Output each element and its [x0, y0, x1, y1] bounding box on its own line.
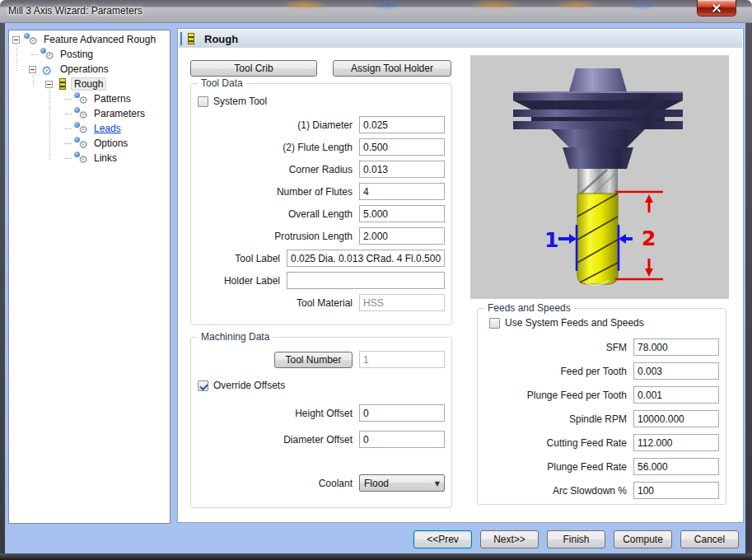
collapse-icon[interactable]: [12, 36, 20, 44]
plunge-feed-rate-input[interactable]: [633, 458, 719, 475]
tree-item-label: Operations: [58, 63, 111, 75]
wizard-window: Mill 3 Axis Wizard: Parameters Feature A…: [0, 0, 752, 560]
field-label: Plunge Feed per Tooth: [527, 390, 627, 401]
sfm-input[interactable]: [633, 338, 719, 356]
tree-item-links[interactable]: Links: [9, 151, 170, 166]
chevron-down-icon: ▼: [435, 480, 440, 488]
tree-item-parameters[interactable]: Parameters: [9, 106, 170, 121]
tool-number-input: [359, 351, 445, 368]
header-accent: [180, 32, 182, 45]
group-title: Feeds and Speeds: [484, 302, 574, 314]
feeds-speeds-group: Feeds and Speeds Use System Feeds and Sp…: [477, 308, 726, 505]
field-label: Feed per Tooth: [560, 366, 627, 377]
tool-label-input[interactable]: [287, 250, 445, 267]
protrusion-length-input[interactable]: [359, 227, 445, 245]
field-label: Tool Label: [235, 253, 280, 264]
tool-crib-button[interactable]: Tool Crib: [190, 60, 317, 77]
tree-item-options[interactable]: Options: [9, 136, 170, 151]
field-label: Diameter Offset: [283, 434, 353, 446]
gear-icon: [74, 107, 88, 120]
field-label: SFM: [606, 342, 627, 353]
tree-item-operations[interactable]: Operations: [9, 62, 170, 77]
title-bar[interactable]: Mill 3 Axis Wizard: Parameters: [0, 0, 752, 23]
tree-stub: [65, 143, 72, 144]
dim-label-2: 2: [642, 226, 656, 250]
tree-item-leads[interactable]: Leads: [9, 121, 170, 136]
override-offsets-checkbox[interactable]: [198, 380, 208, 391]
tree-stub: [65, 128, 72, 129]
tool-number-button[interactable]: Tool Number: [274, 352, 353, 368]
spindle-rpm-input[interactable]: [633, 410, 719, 427]
field-label: Holder Label: [224, 275, 280, 287]
dialog-client-area: Feature Advanced Rough Posting Operation…: [5, 23, 745, 553]
holder-label-input[interactable]: [287, 272, 445, 289]
machining-data-group: Machining Data Tool Number Override Offs…: [190, 337, 452, 508]
field-label: Spindle RPM: [569, 413, 627, 425]
gear-icon: [74, 137, 88, 150]
finish-button[interactable]: Finish: [547, 530, 605, 548]
field-label: Coolant: [319, 478, 353, 489]
assign-tool-holder-button[interactable]: Assign Tool Holder: [333, 60, 451, 77]
tree-item-feature-advanced-rough[interactable]: Feature Advanced Rough: [9, 32, 170, 47]
endmill-icon: [59, 78, 66, 90]
coolant-dropdown[interactable]: Flood ▼: [359, 474, 445, 492]
tree-item-label: Patterns: [91, 93, 133, 105]
field-label: Overall Length: [288, 208, 353, 220]
tree-stub: [65, 114, 72, 114]
tool-preview: 1 2: [470, 55, 729, 299]
close-button[interactable]: [697, 0, 736, 16]
field-label: Plunge Feed Rate: [547, 461, 627, 473]
tree-item-label: Posting: [58, 49, 96, 60]
field-label: Number of Flutes: [277, 186, 353, 198]
page-title: Rough: [204, 33, 238, 45]
gear-icon: [74, 122, 88, 135]
gear-icon: [40, 63, 54, 76]
collapse-icon[interactable]: [29, 66, 36, 73]
height-offset-input[interactable]: [359, 404, 445, 422]
number-of-flutes-input[interactable]: [359, 183, 445, 200]
cancel-button[interactable]: Cancel: [680, 530, 739, 548]
arc-slowdown-input[interactable]: [633, 482, 719, 499]
overall-length-input[interactable]: [359, 205, 445, 222]
group-title: Tool Data: [198, 77, 246, 89]
close-icon: [712, 4, 721, 12]
coolant-value: Flood: [364, 478, 389, 489]
plunge-feed-per-tooth-input[interactable]: [633, 386, 719, 404]
tool-data-group: Tool Data System Tool (1) Diameter (2) F…: [190, 83, 452, 325]
use-system-feeds-checkbox[interactable]: [489, 318, 500, 329]
gear-icon: [40, 48, 54, 61]
gear-icon: [74, 92, 88, 105]
flute-length-input[interactable]: [359, 138, 445, 156]
tree-item-label: Parameters: [91, 108, 147, 119]
tree-item-label: Feature Advanced Rough: [41, 34, 158, 45]
wizard-footer: <<Prev Next>> Finish Compute Cancel: [413, 530, 739, 548]
diameter-input[interactable]: [359, 116, 445, 133]
endmill-icon: [188, 33, 194, 44]
gear-icon: [74, 152, 88, 165]
field-label: Arc Slowdown %: [553, 485, 627, 497]
compute-button[interactable]: Compute: [614, 530, 672, 548]
checkbox-label: Override Offsets: [213, 380, 285, 391]
system-tool-checkbox[interactable]: [198, 96, 208, 107]
tree-stub: [31, 54, 38, 55]
prev-button[interactable]: <<Prev: [413, 530, 472, 548]
parameters-panel: Rough Tool Crib Assign Tool Holder Tool …: [177, 28, 744, 523]
next-button[interactable]: Next>>: [480, 530, 539, 548]
diameter-offset-input[interactable]: [359, 431, 445, 448]
collapse-icon[interactable]: [45, 81, 53, 88]
cutting-feed-rate-input[interactable]: [633, 434, 719, 451]
feed-per-tooth-input[interactable]: [633, 362, 719, 380]
tree-item-label: Rough: [71, 77, 106, 91]
corner-radius-input[interactable]: [359, 161, 445, 178]
field-label: (1) Diameter: [297, 119, 353, 131]
window-title: Mill 3 Axis Wizard: Parameters: [8, 5, 142, 16]
panel-header: Rough: [179, 30, 742, 48]
checkbox-label: System Tool: [213, 96, 267, 107]
checkbox-label: Use System Feeds and Speeds: [505, 317, 644, 329]
tree-item-rough[interactable]: Rough: [9, 77, 170, 91]
tree-item-posting[interactable]: Posting: [9, 47, 170, 62]
tree-item-label: Options: [91, 138, 130, 149]
dim-label-1: 1: [544, 228, 558, 252]
field-label: Cutting Feed Rate: [547, 437, 627, 449]
tree-item-patterns[interactable]: Patterns: [9, 91, 170, 106]
